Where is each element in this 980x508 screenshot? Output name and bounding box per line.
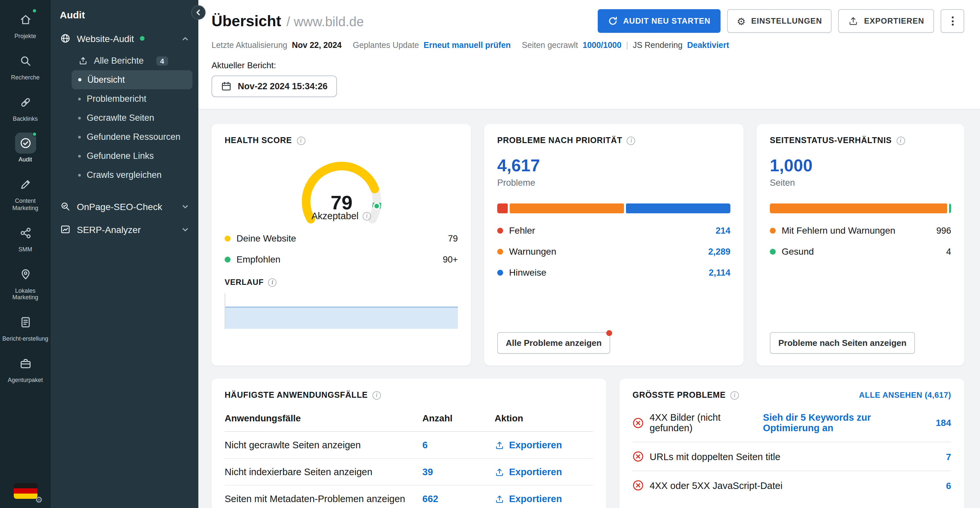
nav-item-agenturpaket[interactable]: Agenturpaket	[0, 348, 51, 389]
pencil-icon	[15, 174, 36, 195]
info-icon[interactable]: i	[363, 212, 371, 220]
legend-item-warnings: Warnungen 2,289	[497, 241, 730, 262]
notification-dot	[32, 8, 37, 13]
info-icon[interactable]: i	[730, 391, 739, 399]
sidebar-item-problembericht[interactable]: Problembericht	[72, 89, 192, 108]
nav-item-audit[interactable]: Audit	[0, 128, 51, 169]
german-flag-icon[interactable]	[13, 483, 37, 499]
map-pin-icon	[15, 264, 36, 284]
nav-item-lokales-marketing[interactable]: Lokales Marketing	[0, 258, 51, 306]
table-row: Nicht gecrawlte Seiten anzeigen 6 Export…	[224, 432, 593, 459]
keywords-optimization-link[interactable]: Sieh dir 5 Keywords zur Optimierung an	[763, 412, 930, 433]
count-link[interactable]: 6	[422, 440, 495, 450]
nav-item-recherche[interactable]: Recherche	[0, 45, 51, 87]
warnings-count-link[interactable]: 2,289	[708, 246, 730, 256]
current-report-label: Aktueller Bericht:	[212, 60, 964, 70]
globe-icon	[60, 33, 71, 44]
sidebar-item-onpage-seo-check[interactable]: OnPage-SEO-Check	[51, 195, 198, 218]
nav-item-berichterstellung[interactable]: Bericht-erstellung	[0, 306, 51, 348]
export-link[interactable]: Exportieren	[495, 440, 593, 450]
export-icon	[848, 16, 859, 26]
reports-count-badge: 4	[156, 56, 168, 65]
bar-segment-notices[interactable]	[626, 203, 730, 213]
crawled-pages-link[interactable]: 1000/1000	[582, 41, 621, 50]
report-date-picker[interactable]: Nov-22 2024 15:34:26	[212, 76, 337, 97]
gear-icon[interactable]: ⚙	[35, 495, 43, 504]
legend-item-errors: Fehler 214	[497, 220, 730, 241]
sidebar-item-label: Gefundene Ressourcen	[87, 132, 180, 142]
sidebar-item-gecrawlte-seiten[interactable]: Gecrawlte Seiten	[72, 108, 192, 127]
errors-count-link[interactable]: 214	[716, 225, 730, 235]
legend-dot	[770, 227, 776, 233]
bullet-icon	[78, 174, 81, 176]
health-score-rating: Akzeptabel	[311, 211, 359, 221]
export-button[interactable]: EXPORTIEREN	[838, 9, 934, 33]
info-icon[interactable]: i	[297, 136, 305, 145]
issues-priority-bar	[497, 203, 730, 213]
refresh-icon	[607, 16, 618, 26]
settings-button[interactable]: ⚙ EINSTELLUNGEN	[727, 9, 832, 33]
sidebar-item-gefundene-ressourcen[interactable]: Gefundene Ressourcen	[72, 127, 192, 146]
sidebar-item-gefundene-links[interactable]: Gefundene Links	[72, 146, 192, 165]
sidebar-item-uebersicht[interactable]: Übersicht	[72, 70, 192, 89]
more-options-button[interactable]	[940, 9, 964, 33]
site-audit-app: Projekte Recherche Backlinks Audit	[0, 0, 980, 508]
issue-count-link[interactable]: 6	[946, 480, 951, 491]
show-all-issues-button[interactable]: Alle Probleme anzeigen	[497, 332, 610, 354]
legend-item-with-issues: Mit Fehlern und Warnungen 996	[770, 220, 951, 241]
nav-item-content-marketing[interactable]: Content Marketing	[0, 169, 51, 217]
sidebar-item-crawls-vergleichen[interactable]: Crawls vergleichen	[72, 165, 192, 184]
nav-item-projekte[interactable]: Projekte	[0, 4, 51, 45]
serp-chart-icon	[60, 224, 71, 235]
issue-count-link[interactable]: 7	[946, 451, 951, 462]
chevron-up-icon	[181, 35, 189, 42]
legend-item: Empfohlen 90+	[224, 249, 458, 270]
issues-by-pages-button[interactable]: Probleme nach Seiten anzeigen	[770, 332, 915, 354]
bar-segment-healthy[interactable]	[949, 203, 951, 213]
page-title: Übersicht/ www.bild.de	[212, 12, 364, 30]
legend-dot	[224, 256, 231, 262]
legend-dot	[497, 227, 503, 233]
legend-item: Deine Website 79	[224, 228, 458, 249]
briefcase-icon	[15, 353, 36, 374]
export-icon	[495, 494, 504, 504]
nav-item-backlinks[interactable]: Backlinks	[0, 86, 51, 128]
sidebar-item-website-audit[interactable]: Website-Audit	[51, 27, 198, 50]
info-icon[interactable]: i	[268, 278, 277, 286]
bullet-icon	[78, 154, 81, 157]
issue-row: URLs mit doppelten Seiten title 7	[633, 442, 951, 471]
share-icon	[15, 222, 36, 243]
notices-count-link[interactable]: 2,114	[709, 267, 730, 277]
info-icon[interactable]: i	[372, 391, 381, 399]
info-icon[interactable]: i	[627, 136, 635, 145]
nav-item-smm[interactable]: SMM	[0, 217, 51, 259]
sidebar-item-label: Problembericht	[87, 94, 146, 104]
export-link[interactable]: Exportieren	[495, 494, 593, 504]
home-icon	[15, 9, 36, 30]
issue-count-link[interactable]: 184	[935, 418, 951, 428]
restart-audit-button[interactable]: AUDIT NEU STARTEN	[597, 9, 720, 33]
table-row: Nicht indexierbare Seiten anzeigen 39 Ex…	[224, 459, 593, 486]
js-rendering-link[interactable]: Deaktiviert	[687, 41, 729, 50]
count-link[interactable]: 662	[422, 494, 495, 504]
count-link[interactable]: 39	[422, 467, 495, 477]
sidebar-item-serp-analyzer[interactable]: SERP-Analyzer	[51, 218, 198, 241]
table-header: Anwendungsfälle Anzahl Aktion	[224, 406, 593, 432]
research-icon	[15, 51, 36, 71]
bar-segment-with-issues[interactable]	[770, 203, 947, 213]
health-score-value: 79	[330, 192, 352, 214]
total-issues-value: 4,617	[497, 156, 730, 176]
export-link[interactable]: Exportieren	[495, 467, 593, 477]
view-all-issues-link[interactable]: ALLE ANSEHEN (4,617)	[859, 391, 951, 400]
link-icon	[15, 92, 36, 113]
info-icon[interactable]: i	[896, 136, 905, 145]
use-cases-table: Anwendungsfälle Anzahl Aktion Nicht gecr…	[224, 406, 593, 508]
sidebar-collapse-button[interactable]	[191, 5, 205, 20]
bar-segment-errors[interactable]	[497, 203, 508, 213]
manual-recheck-link[interactable]: Erneut manuell prüfen	[424, 41, 511, 50]
sidebar-item-alle-berichte[interactable]: Alle Berichte 4	[72, 51, 192, 70]
bar-segment-warnings[interactable]	[510, 203, 624, 213]
status-dot	[140, 36, 145, 41]
bullet-icon	[78, 97, 81, 100]
bullet-icon	[78, 116, 81, 119]
